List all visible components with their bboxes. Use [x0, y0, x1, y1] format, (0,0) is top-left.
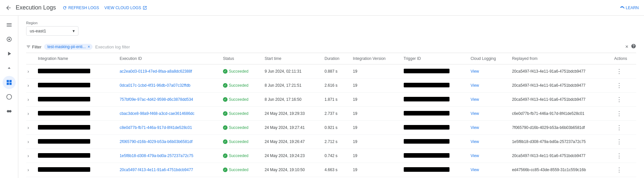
trigger-id-cell	[400, 177, 467, 178]
expand-row-button[interactable]: ›	[27, 97, 29, 102]
refresh-logs-button[interactable]: REFRESH LOGS	[62, 6, 99, 10]
cloud-logging-view-link[interactable]: View	[470, 69, 479, 74]
status-text: Succeeded	[229, 111, 248, 116]
execution-id-link[interactable]: 1e5f8b18-d308-479a-bd0a-257237a72c75	[120, 153, 194, 158]
cloud-logging-view-link[interactable]: View	[470, 111, 479, 116]
row-actions-button[interactable]: ⋮	[614, 166, 624, 174]
svg-point-1	[8, 39, 10, 40]
integration-version-cell: 19	[349, 64, 399, 79]
filter-help-icon[interactable]	[631, 44, 636, 50]
execution-id-link[interactable]: 0dca017c-1cbd-4f31-96db-07a07c32ffdb	[120, 83, 191, 88]
learn-button[interactable]: LEARN	[620, 6, 639, 10]
integration-name-redacted	[38, 97, 90, 101]
execution-id-cell: 0dca017c-1cbd-4f31-96db-07a07c32ffdb	[116, 79, 219, 93]
row-actions-button[interactable]: ⋮	[614, 67, 624, 75]
sidebar-icon-wave[interactable]	[3, 105, 16, 118]
sidebar-icon-arrow[interactable]	[3, 47, 16, 60]
status-text: Succeeded	[229, 139, 248, 144]
integration-name-redacted	[38, 69, 90, 73]
table-row: ›c8e0d77b-fb71-446a-917d-8f41de528c01✓Su…	[26, 121, 636, 135]
expand-row-button[interactable]: ›	[27, 111, 29, 116]
execution-id-link[interactable]: 2f065790-d16b-4029-b53a-b6b03b6581df	[120, 139, 193, 144]
region-select[interactable]: us-east1 ▾	[26, 26, 78, 36]
cloud-logging-view-link[interactable]: View	[470, 168, 479, 172]
trigger-id-redacted	[404, 153, 449, 158]
view-cloud-logs-button[interactable]: VIEW CLOUD LOGS	[104, 6, 147, 10]
filter-right: ×	[625, 44, 636, 50]
row-actions-button[interactable]: ⋮	[614, 96, 624, 103]
status-text: Succeeded	[229, 69, 248, 74]
sidebar-icon-grid[interactable]	[3, 76, 16, 89]
cloud-logging-cell: View	[466, 64, 508, 79]
duration-cell: 2.255 s	[321, 177, 349, 178]
row-actions-button[interactable]: ⋮	[614, 138, 624, 146]
learn-label: LEARN	[626, 6, 639, 10]
start-time-cell: 8 Jun 2024, 17:21:51	[261, 79, 320, 93]
status-cell: ✓Succeeded	[219, 149, 261, 163]
actions-cell: ⋮	[610, 163, 636, 177]
cloud-logging-cell: View	[466, 121, 508, 135]
start-time-cell: 24 May 2024, 19:24:23	[261, 149, 320, 163]
replayed-from-cell: c6e0d77b-fb71-446a-917d-8f41de528c01	[508, 107, 610, 121]
cloud-logging-view-link[interactable]: View	[470, 139, 479, 144]
cloud-logging-cell: View	[466, 149, 508, 163]
replayed-from-cell: 20ca5497-f413-4e11-91a6-4751bdcb9477	[508, 64, 610, 79]
cloud-logging-view-link[interactable]: View	[470, 125, 479, 130]
duration-cell: 2.616 s	[321, 79, 349, 93]
row-actions-button[interactable]: ⋮	[614, 110, 624, 117]
row-actions-button[interactable]: ⋮	[614, 152, 624, 160]
integration-version-cell: 19	[349, 93, 399, 107]
table-row: ›70bdec25-01b4-4c42-81e5-3cdaba140afc✓Su…	[26, 177, 636, 178]
integration-version-cell: 19	[349, 79, 399, 93]
status-success-icon: ✓	[223, 168, 228, 172]
expand-row-button[interactable]: ›	[27, 139, 29, 144]
expand-row-button[interactable]: ›	[27, 153, 29, 158]
integration-version-cell: 19	[349, 121, 399, 135]
trigger-id-redacted	[404, 97, 449, 101]
expand-row-button[interactable]: ›	[27, 69, 29, 74]
cloud-logging-view-link[interactable]: View	[470, 83, 479, 88]
trigger-id-cell	[400, 64, 467, 79]
status-badge: ✓Succeeded	[223, 153, 257, 158]
filter-close-icon[interactable]: ×	[625, 44, 628, 50]
status-badge: ✓Succeeded	[223, 168, 257, 172]
expand-row-button[interactable]: ›	[27, 125, 29, 130]
chevron-down-icon: ▾	[73, 28, 75, 33]
cloud-logging-cell: View	[466, 177, 508, 178]
cloud-logging-view-link[interactable]: View	[470, 153, 479, 158]
sidebar-icon-home[interactable]	[3, 33, 16, 46]
trigger-id-cell	[400, 93, 467, 107]
execution-id-link[interactable]: cbac3dce8-98a9-f468-a3cd-cae3614686dc	[120, 111, 195, 116]
execution-id-cell: c8e0d77b-fb71-446a-917d-8f41de528c01	[116, 121, 219, 135]
status-success-icon: ✓	[223, 69, 228, 74]
status-cell: ✓Succeeded	[219, 163, 261, 177]
execution-id-link[interactable]: 757bf09e-97ac-4d42-9598-d6c3878dd534	[120, 97, 193, 102]
back-button[interactable]	[5, 5, 12, 11]
expand-row-button[interactable]: ›	[27, 167, 29, 172]
integration-name-cell	[34, 64, 116, 79]
execution-id-link[interactable]: 20ca5497-f413-4e11-91a6-4751bdcb9477	[120, 168, 193, 172]
row-actions-button[interactable]: ⋮	[614, 81, 624, 89]
execution-id-link[interactable]: ac2ea0d3-0119-47ed-8faa-a8a8dc62388f	[120, 69, 192, 74]
filter-input-placeholder[interactable]: Execution log filter	[95, 44, 130, 49]
execution-id-cell: 757bf09e-97ac-4d42-9598-d6c3878dd534	[116, 93, 219, 107]
integration-name-redacted	[38, 153, 90, 158]
execution-id-link[interactable]: c8e0d77b-fb71-446a-917d-8f41de528c01	[120, 125, 192, 130]
table-row: ›1e5f8b18-d308-479a-bd0a-257237a72c75✓Su…	[26, 149, 636, 163]
row-actions-button[interactable]: ⋮	[614, 124, 624, 132]
sidebar-icon-circle[interactable]	[3, 90, 16, 103]
expand-row-button[interactable]: ›	[27, 83, 29, 88]
trigger-id-redacted	[404, 139, 449, 144]
filter-chip-close[interactable]: ×	[88, 44, 90, 49]
sidebar-icon-menu[interactable]	[3, 18, 16, 31]
trigger-id-redacted	[404, 167, 449, 172]
start-time-cell: 24 May 2024, 19:29:33	[261, 107, 320, 121]
table-row: ›cbac3dce8-98a9-f468-a3cd-cae3614686dc✓S…	[26, 107, 636, 121]
main-content: Region us-east1 ▾ Filter test-masking-pi…	[18, 16, 644, 178]
duration-cell: 0.742 s	[321, 149, 349, 163]
cloud-logging-view-link[interactable]: View	[470, 97, 479, 102]
sidebar-icon-up[interactable]	[3, 62, 16, 75]
filter-text: Filter	[32, 44, 42, 49]
actions-cell: ⋮	[610, 79, 636, 93]
filter-chip: test-masking-pii-enti... ×	[44, 44, 93, 50]
